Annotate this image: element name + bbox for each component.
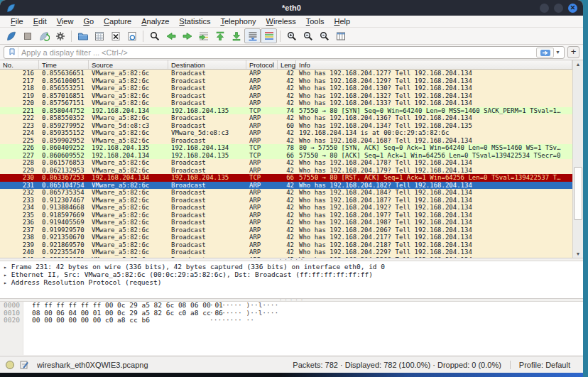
packet-row-230[interactable]: 2300.863367253192.168.204.134192.168.204… — [0, 174, 572, 182]
column-header-time[interactable]: Time — [39, 60, 89, 69]
column-header-length[interactable]: Length — [278, 60, 296, 69]
packet-list-scrollbar[interactable]: ▲ ▼ — [572, 60, 583, 258]
packet-row-228[interactable]: 2280.861576853VMware_a5:82:6cBroadcastAR… — [0, 159, 572, 167]
column-header-destination[interactable]: Destination — [168, 60, 246, 69]
packet-row-226[interactable]: 2260.860409252192.168.204.135192.168.204… — [0, 144, 572, 152]
menu-file[interactable]: File — [6, 17, 28, 26]
go-back-button[interactable] — [163, 28, 179, 43]
minimize-button[interactable] — [540, 4, 549, 13]
detail-row-2[interactable]: ▸Address Resolution Protocol (request) — [0, 278, 583, 286]
packet-row-225[interactable]: 2250.859902952VMware_a5:82:6cBroadcastAR… — [0, 137, 572, 145]
packet-row-233[interactable]: 2330.912307467VMware_a5:82:6cBroadcastAR… — [0, 197, 572, 204]
packet-row-223[interactable]: 2230.859279952VMware_5d:e8:c3BroadcastAR… — [0, 122, 572, 130]
display-filter-input[interactable] — [18, 48, 536, 57]
scroll-down-arrow-icon[interactable]: ▼ — [573, 250, 583, 258]
detail-row-0[interactable]: ▸Frame 231: 42 bytes on wire (336 bits),… — [0, 263, 583, 271]
cell-src: VMware_a5:82:6c — [89, 219, 168, 226]
column-header-protocol[interactable]: Protocol — [246, 60, 278, 69]
apply-filter-button[interactable] — [536, 48, 554, 58]
menu-wireless[interactable]: Wireless — [261, 17, 301, 26]
packet-row-217[interactable]: 2170.856100051VMware_a5:82:6cBroadcastAR… — [0, 77, 572, 85]
close-button[interactable]: ✕ — [568, 4, 577, 13]
zoom-original-button[interactable] — [316, 28, 332, 43]
packet-row-221[interactable]: 2210.858044752192.168.204.134192.168.204… — [0, 107, 572, 115]
packet-row-237[interactable]: 2370.919929570VMware_a5:82:6cBroadcastAR… — [0, 226, 572, 234]
hex-row-0020[interactable]: 002000 00 00 00 00 00 c0 a8 cc b6·······… — [0, 317, 583, 324]
zoom-in-button[interactable] — [283, 28, 300, 43]
expand-arrow-icon[interactable]: ▸ — [4, 272, 7, 278]
reload-file-button[interactable] — [124, 28, 140, 43]
packet-row-240[interactable]: 2400.922355470VMware_a5:82:6cBroadcastAR… — [0, 248, 572, 256]
filter-dropdown-caret[interactable]: ▼ — [555, 50, 562, 55]
title-bar[interactable]: *eth0 ✕ — [0, 0, 583, 16]
go-top-button[interactable] — [212, 28, 228, 43]
expand-arrow-icon[interactable]: ▸ — [4, 264, 7, 271]
expand-arrow-icon[interactable]: ▸ — [4, 280, 7, 286]
packet-row-222[interactable]: 2220.858550352VMware_a5:82:6cBroadcastAR… — [0, 114, 572, 122]
packet-row-236[interactable]: 2360.919405569VMware_a5:82:6cBroadcastAR… — [0, 219, 572, 226]
open-file-button[interactable] — [75, 28, 91, 43]
colorize-button[interactable] — [261, 28, 277, 43]
cell-len: 42 — [278, 114, 296, 122]
packet-row-235[interactable]: 2350.918597669VMware_a5:82:6cBroadcastAR… — [0, 212, 572, 219]
restart-capture-button[interactable] — [36, 28, 52, 43]
packet-row-234[interactable]: 2340.913884668VMware_a5:82:6cBroadcastAR… — [0, 204, 572, 212]
start-capture-button[interactable] — [3, 28, 19, 43]
add-filter-button[interactable]: + — [567, 46, 579, 58]
filter-bookmark-button[interactable] — [6, 47, 18, 58]
packet-row-231[interactable]: 2310.865104754VMware_a5:82:6cBroadcastAR… — [0, 182, 572, 190]
packet-row-238[interactable]: 2380.921350670VMware_a5:82:6cBroadcastAR… — [0, 234, 572, 241]
menu-go[interactable]: Go — [78, 17, 99, 26]
menu-statistics[interactable]: Statistics — [174, 17, 215, 26]
auto-scroll-button[interactable] — [244, 28, 261, 43]
capture-file-properties-icon[interactable] — [20, 361, 28, 369]
cell-len: 42 — [278, 99, 296, 107]
menu-edit[interactable]: Edit — [28, 17, 52, 26]
go-to-packet-button[interactable] — [195, 28, 212, 43]
cell-no: 235 — [0, 212, 39, 219]
menu-telephony[interactable]: Telephony — [215, 17, 261, 26]
maximize-button[interactable] — [554, 4, 563, 13]
cell-dst: Broadcast — [168, 212, 246, 219]
scrollbar-thumb[interactable] — [574, 167, 582, 220]
packet-row-216[interactable]: 2160.855636651VMware_a5:82:6cBroadcastAR… — [0, 70, 572, 77]
packet-row-218[interactable]: 2180.856553251VMware_a5:82:6cBroadcastAR… — [0, 84, 572, 92]
packet-row-224[interactable]: 2240.859355152VMware_a5:82:6cVMware_5d:e… — [0, 129, 572, 137]
cell-no: 223 — [0, 122, 39, 130]
menu-analyze[interactable]: Analyze — [136, 17, 174, 26]
packet-row-220[interactable]: 2200.857567151VMware_a5:82:6cBroadcastAR… — [0, 99, 572, 107]
zoom-out-button[interactable] — [300, 28, 316, 43]
find-packet-button[interactable] — [146, 28, 163, 43]
display-filter-field[interactable]: ▼ — [4, 46, 565, 59]
go-forward-button[interactable] — [179, 28, 195, 43]
column-header-no[interactable]: No. — [0, 60, 39, 69]
save-file-button[interactable] — [91, 28, 107, 43]
scroll-up-arrow-icon[interactable]: ▲ — [573, 60, 583, 68]
colorize-icon — [263, 31, 275, 42]
menu-view[interactable]: View — [52, 17, 79, 26]
packet-row-219[interactable]: 2190.857016851VMware_a5:82:6cBroadcastAR… — [0, 92, 572, 100]
column-header-info[interactable]: Info — [296, 60, 572, 69]
detail-row-1[interactable]: ▸Ethernet II, Src: VMware_a5:82:6c (00:0… — [0, 271, 583, 278]
menu-tools[interactable]: Tools — [301, 17, 330, 26]
profile-selector[interactable]: Profile: Default — [510, 361, 577, 369]
expert-info-icon[interactable] — [6, 361, 14, 369]
stop-capture-button[interactable] — [19, 28, 36, 43]
cell-len: 42 — [278, 248, 296, 256]
cell-src: VMware_a5:82:6c — [89, 70, 168, 77]
menu-help[interactable]: Help — [329, 17, 355, 26]
cell-src: 192.168.204.134 — [89, 152, 168, 160]
packet-bytes-pane[interactable]: 0000ff ff ff ff ff ff 00 0c 29 a5 82 6c … — [0, 302, 583, 355]
resize-columns-button[interactable] — [332, 28, 349, 43]
packet-row-241[interactable]: 2410.923150971VMware_a5:82:6cBroadcastAR… — [0, 256, 572, 258]
hex-row-0000[interactable]: 0000ff ff ff ff ff ff 00 0c 29 a5 82 6c … — [0, 302, 583, 310]
close-file-button[interactable] — [107, 28, 124, 43]
capture-options-button[interactable] — [52, 28, 68, 43]
go-bottom-button[interactable] — [228, 28, 244, 43]
packet-row-239[interactable]: 2390.921869570VMware_a5:82:6cBroadcastAR… — [0, 241, 572, 249]
packet-row-227[interactable]: 2270.860609552192.168.204.134192.168.204… — [0, 152, 572, 160]
column-header-source[interactable]: Source — [89, 60, 168, 69]
packet-row-229[interactable]: 2290.862132953VMware_a5:82:6cBroadcastAR… — [0, 167, 572, 175]
packet-row-232[interactable]: 2320.865735354VMware_a5:82:6cBroadcastAR… — [0, 189, 572, 197]
menu-capture[interactable]: Capture — [99, 17, 136, 26]
